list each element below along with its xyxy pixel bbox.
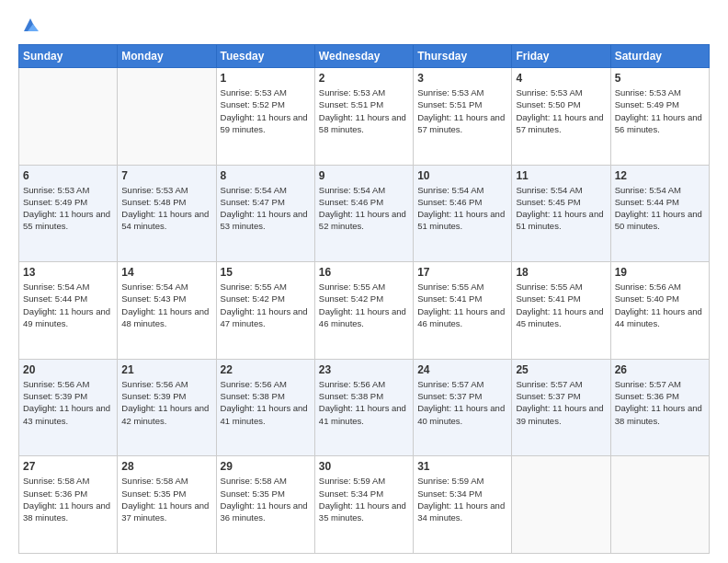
- weekday-header-sunday: Sunday: [19, 45, 118, 68]
- calendar-cell: 20Sunrise: 5:56 AMSunset: 5:39 PMDayligh…: [19, 359, 118, 456]
- calendar-cell: 17Sunrise: 5:55 AMSunset: 5:41 PMDayligh…: [414, 262, 512, 360]
- day-info: Sunrise: 5:57 AMSunset: 5:36 PMDaylight:…: [615, 378, 705, 427]
- calendar-cell: 15Sunrise: 5:55 AMSunset: 5:42 PMDayligh…: [216, 262, 314, 360]
- calendar-cell: 8Sunrise: 5:54 AMSunset: 5:47 PMDaylight…: [216, 165, 314, 262]
- calendar-cell: 7Sunrise: 5:53 AMSunset: 5:48 PMDaylight…: [118, 165, 216, 262]
- weekday-header-wednesday: Wednesday: [314, 45, 413, 68]
- day-number: 4: [516, 72, 606, 85]
- calendar-cell: 22Sunrise: 5:56 AMSunset: 5:38 PMDayligh…: [216, 359, 314, 456]
- day-info: Sunrise: 5:57 AMSunset: 5:37 PMDaylight:…: [417, 378, 507, 427]
- day-info: Sunrise: 5:54 AMSunset: 5:46 PMDaylight:…: [319, 184, 409, 233]
- day-info: Sunrise: 5:54 AMSunset: 5:44 PMDaylight:…: [23, 281, 113, 329]
- day-number: 16: [319, 266, 409, 279]
- calendar-cell: 26Sunrise: 5:57 AMSunset: 5:36 PMDayligh…: [610, 359, 709, 456]
- calendar-row-2: 13Sunrise: 5:54 AMSunset: 5:44 PMDayligh…: [19, 262, 710, 360]
- day-number: 5: [615, 72, 705, 85]
- day-info: Sunrise: 5:56 AMSunset: 5:39 PMDaylight:…: [121, 378, 211, 427]
- day-info: Sunrise: 5:54 AMSunset: 5:44 PMDaylight:…: [615, 184, 705, 233]
- calendar-cell: 2Sunrise: 5:53 AMSunset: 5:51 PMDaylight…: [314, 68, 413, 166]
- calendar-row-3: 20Sunrise: 5:56 AMSunset: 5:39 PMDayligh…: [19, 359, 710, 456]
- day-info: Sunrise: 5:53 AMSunset: 5:48 PMDaylight:…: [121, 184, 211, 233]
- day-info: Sunrise: 5:59 AMSunset: 5:34 PMDaylight:…: [417, 475, 507, 523]
- logo: [18, 15, 40, 35]
- calendar-cell: 16Sunrise: 5:55 AMSunset: 5:42 PMDayligh…: [314, 262, 413, 360]
- day-number: 31: [417, 460, 507, 473]
- calendar-cell: 1Sunrise: 5:53 AMSunset: 5:52 PMDaylight…: [216, 68, 314, 166]
- day-info: Sunrise: 5:54 AMSunset: 5:43 PMDaylight:…: [121, 281, 211, 329]
- weekday-header-row: SundayMondayTuesdayWednesdayThursdayFrid…: [19, 45, 710, 68]
- calendar-cell: 12Sunrise: 5:54 AMSunset: 5:44 PMDayligh…: [610, 165, 709, 262]
- day-number: 20: [23, 363, 113, 376]
- calendar-cell: 24Sunrise: 5:57 AMSunset: 5:37 PMDayligh…: [414, 359, 512, 456]
- weekday-header-saturday: Saturday: [610, 45, 709, 68]
- calendar-cell: 10Sunrise: 5:54 AMSunset: 5:46 PMDayligh…: [414, 165, 512, 262]
- weekday-header-tuesday: Tuesday: [216, 45, 314, 68]
- day-number: 7: [121, 169, 211, 182]
- day-number: 3: [417, 72, 507, 85]
- day-info: Sunrise: 5:54 AMSunset: 5:45 PMDaylight:…: [516, 184, 606, 233]
- day-number: 9: [319, 169, 409, 182]
- day-info: Sunrise: 5:57 AMSunset: 5:37 PMDaylight:…: [516, 378, 606, 427]
- day-number: 22: [221, 363, 311, 376]
- day-number: 13: [23, 266, 113, 279]
- day-number: 25: [516, 363, 606, 376]
- day-info: Sunrise: 5:53 AMSunset: 5:50 PMDaylight:…: [516, 86, 606, 135]
- day-number: 17: [417, 266, 507, 279]
- calendar-cell: 3Sunrise: 5:53 AMSunset: 5:51 PMDaylight…: [414, 68, 512, 166]
- day-number: 28: [121, 460, 211, 473]
- day-number: 30: [319, 460, 409, 473]
- day-number: 8: [221, 169, 311, 182]
- day-info: Sunrise: 5:58 AMSunset: 5:35 PMDaylight:…: [121, 475, 211, 523]
- calendar-cell: 19Sunrise: 5:56 AMSunset: 5:40 PMDayligh…: [610, 262, 709, 360]
- day-number: 26: [615, 363, 705, 376]
- calendar-table: SundayMondayTuesdayWednesdayThursdayFrid…: [18, 44, 710, 554]
- weekday-header-monday: Monday: [118, 45, 216, 68]
- calendar-row-4: 27Sunrise: 5:58 AMSunset: 5:36 PMDayligh…: [19, 456, 710, 554]
- weekday-header-friday: Friday: [512, 45, 610, 68]
- day-number: 15: [221, 266, 311, 279]
- logo-icon: [20, 15, 40, 35]
- calendar-cell: 30Sunrise: 5:59 AMSunset: 5:34 PMDayligh…: [314, 456, 413, 554]
- calendar-cell: 5Sunrise: 5:53 AMSunset: 5:49 PMDaylight…: [610, 68, 709, 166]
- day-number: 24: [417, 363, 507, 376]
- day-number: 11: [516, 169, 606, 182]
- calendar-cell: 31Sunrise: 5:59 AMSunset: 5:34 PMDayligh…: [414, 456, 512, 554]
- calendar-cell: 4Sunrise: 5:53 AMSunset: 5:50 PMDaylight…: [512, 68, 610, 166]
- calendar-cell: 6Sunrise: 5:53 AMSunset: 5:49 PMDaylight…: [19, 165, 118, 262]
- day-number: 23: [319, 363, 409, 376]
- day-number: 14: [121, 266, 211, 279]
- day-info: Sunrise: 5:56 AMSunset: 5:38 PMDaylight:…: [221, 378, 311, 427]
- day-info: Sunrise: 5:55 AMSunset: 5:41 PMDaylight:…: [516, 281, 606, 329]
- day-info: Sunrise: 5:56 AMSunset: 5:40 PMDaylight:…: [615, 281, 705, 329]
- day-number: 2: [319, 72, 409, 85]
- calendar-cell: [118, 68, 216, 166]
- day-info: Sunrise: 5:55 AMSunset: 5:42 PMDaylight:…: [221, 281, 311, 329]
- calendar-cell: [610, 456, 709, 554]
- day-info: Sunrise: 5:55 AMSunset: 5:41 PMDaylight:…: [417, 281, 507, 329]
- calendar-row-1: 6Sunrise: 5:53 AMSunset: 5:49 PMDaylight…: [19, 165, 710, 262]
- day-info: Sunrise: 5:53 AMSunset: 5:52 PMDaylight:…: [221, 86, 311, 135]
- calendar-cell: 23Sunrise: 5:56 AMSunset: 5:38 PMDayligh…: [314, 359, 413, 456]
- day-number: 29: [221, 460, 311, 473]
- calendar-cell: 28Sunrise: 5:58 AMSunset: 5:35 PMDayligh…: [118, 456, 216, 554]
- calendar-cell: 21Sunrise: 5:56 AMSunset: 5:39 PMDayligh…: [118, 359, 216, 456]
- calendar-row-0: 1Sunrise: 5:53 AMSunset: 5:52 PMDaylight…: [19, 68, 710, 166]
- day-number: 27: [23, 460, 113, 473]
- day-number: 12: [615, 169, 705, 182]
- day-info: Sunrise: 5:56 AMSunset: 5:39 PMDaylight:…: [23, 378, 113, 427]
- calendar-cell: 13Sunrise: 5:54 AMSunset: 5:44 PMDayligh…: [19, 262, 118, 360]
- calendar-cell: 18Sunrise: 5:55 AMSunset: 5:41 PMDayligh…: [512, 262, 610, 360]
- page: SundayMondayTuesdayWednesdayThursdayFrid…: [0, 0, 728, 563]
- day-info: Sunrise: 5:53 AMSunset: 5:51 PMDaylight:…: [319, 86, 409, 135]
- calendar-cell: 14Sunrise: 5:54 AMSunset: 5:43 PMDayligh…: [118, 262, 216, 360]
- day-info: Sunrise: 5:54 AMSunset: 5:46 PMDaylight:…: [417, 184, 507, 233]
- header: [18, 15, 710, 35]
- day-number: 1: [221, 72, 311, 85]
- day-number: 19: [615, 266, 705, 279]
- calendar-cell: [512, 456, 610, 554]
- logo-text: [18, 15, 40, 35]
- calendar-cell: 9Sunrise: 5:54 AMSunset: 5:46 PMDaylight…: [314, 165, 413, 262]
- calendar-cell: [19, 68, 118, 166]
- weekday-header-thursday: Thursday: [414, 45, 512, 68]
- day-info: Sunrise: 5:58 AMSunset: 5:35 PMDaylight:…: [221, 475, 311, 523]
